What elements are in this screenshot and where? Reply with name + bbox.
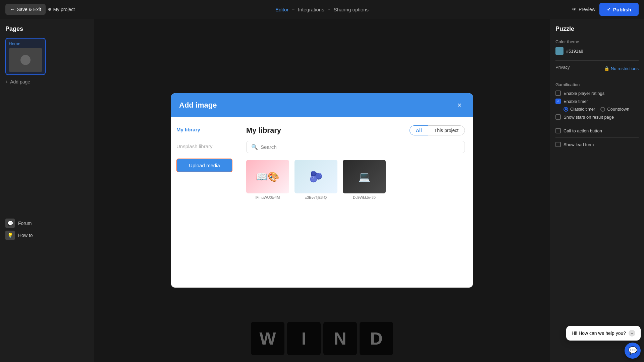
filter-project-button[interactable]: This project xyxy=(428,125,465,135)
add-page-button[interactable]: + Add page xyxy=(5,79,89,84)
topbar: ← Save & Exit My project Editor → Integr… xyxy=(0,0,644,19)
color-theme-label: Color theme xyxy=(555,39,639,44)
label-player-ratings: Enable player ratings xyxy=(564,91,604,96)
radio-classic-icon xyxy=(564,107,568,112)
checkbox-show-stars[interactable] xyxy=(555,114,561,120)
nav-item-how-to[interactable]: 💡 How to xyxy=(5,231,72,240)
modal-sidebar: My library Unsplash library Upload media xyxy=(171,117,238,288)
image-item-3[interactable]: Dd9Wkk5vj80 xyxy=(343,160,386,199)
lock-icon: 🔒 xyxy=(604,66,609,71)
label-enable-timer: Enable timer xyxy=(564,99,588,104)
chat-close-button[interactable]: − xyxy=(629,330,635,337)
checkbox-player-ratings[interactable] xyxy=(555,90,561,96)
how-to-icon: 💡 xyxy=(5,231,15,240)
left-sidebar: Pages Home + Add page 💬 Forum 💡 How to xyxy=(0,19,94,362)
image-label-1: lFmuWU0tv4M xyxy=(256,195,280,199)
eye-icon: 👁 xyxy=(572,7,577,12)
toggle-cta-button: Call to action button xyxy=(555,128,639,133)
color-row: #5191a8 xyxy=(555,47,639,55)
divider-4 xyxy=(555,137,639,138)
nav-editor[interactable]: Editor xyxy=(275,7,288,12)
messenger-icon: 💬 xyxy=(628,346,637,355)
divider-2 xyxy=(555,78,639,78)
search-input[interactable] xyxy=(261,144,460,150)
pages-title: Pages xyxy=(5,25,89,33)
label-cta-button: Call to action button xyxy=(564,128,602,133)
toggle-player-ratings: Enable player ratings xyxy=(555,90,639,96)
nav-item-forum[interactable]: 💬 Forum xyxy=(5,219,72,228)
label-show-stars: Show stars on result page xyxy=(564,115,614,120)
library-header: My library All This project xyxy=(246,125,465,135)
back-arrow-icon: ← xyxy=(10,7,15,12)
radio-countdown-icon xyxy=(600,107,605,112)
page-card-home[interactable]: Home xyxy=(5,38,46,75)
bottom-nav: 💬 Forum 💡 How to xyxy=(5,219,72,240)
chat-message: Hi! How can we help you? xyxy=(572,330,626,336)
privacy-label: Privacy xyxy=(555,65,570,70)
privacy-link[interactable]: 🔒 No restrictions xyxy=(604,66,639,71)
gamification-label: Gamification xyxy=(555,82,639,87)
radio-countdown[interactable]: Countdown xyxy=(600,107,629,112)
modal-overlay: Add image × My library Unsplash library … xyxy=(94,19,550,362)
modal-body: My library Unsplash library Upload media… xyxy=(171,117,473,288)
topbar-center: Editor → Integrations → Sharing options xyxy=(275,7,369,12)
page-card-label: Home xyxy=(9,41,42,46)
modal-content: My library All This project 🔍 xyxy=(238,117,473,288)
publish-button[interactable]: ✓ Publish xyxy=(599,3,639,16)
center-canvas: W I N D Add image × My library Unsp xyxy=(94,19,550,362)
nav-sharing[interactable]: Sharing options xyxy=(334,7,369,12)
add-image-modal: Add image × My library Unsplash library … xyxy=(171,93,473,288)
image-label-3: Dd9Wkk5vj80 xyxy=(353,195,376,199)
chat-open-button[interactable]: 💬 xyxy=(625,343,641,359)
label-lead-form: Show lead form xyxy=(564,142,594,147)
dot-icon xyxy=(48,8,51,11)
main-area: Pages Home + Add page 💬 Forum 💡 How to W xyxy=(0,19,644,362)
modal-nav-my-library[interactable]: My library xyxy=(176,124,232,135)
color-value: #5191a8 xyxy=(566,49,583,54)
toggle-lead-form: Show lead form xyxy=(555,142,639,147)
divider-1 xyxy=(555,60,639,61)
right-sidebar: Puzzle Color theme #5191a8 Privacy 🔒 No … xyxy=(550,19,644,362)
search-icon: 🔍 xyxy=(251,144,258,150)
toggle-show-stars: Show stars on result page xyxy=(555,114,639,120)
checkbox-lead-form[interactable] xyxy=(555,142,561,147)
image-thumb-2 xyxy=(294,160,337,193)
color-theme-section: Color theme #5191a8 xyxy=(555,39,639,55)
color-swatch[interactable] xyxy=(555,47,564,55)
images-grid: lFmuWU0tv4M x3EvvTjE8rQ Dd9Wkk5vj80 xyxy=(246,160,465,199)
modal-nav-divider xyxy=(176,138,232,138)
toggle-enable-timer: ✓ Enable timer xyxy=(555,99,639,104)
radio-classic-timer[interactable]: Classic timer xyxy=(564,107,595,112)
puzzle-title: Puzzle xyxy=(555,25,639,33)
page-card-thumb xyxy=(9,48,42,72)
modal-header: Add image × xyxy=(171,93,473,117)
page-thumb-icon xyxy=(20,55,31,65)
timer-radio-group: Classic timer Countdown xyxy=(564,107,639,112)
upload-media-button[interactable]: Upload media xyxy=(176,159,232,172)
checkbox-cta-button[interactable] xyxy=(555,128,561,133)
filter-all-button[interactable]: All xyxy=(410,125,428,135)
modal-close-button[interactable]: × xyxy=(454,100,465,111)
checkbox-enable-timer[interactable]: ✓ xyxy=(555,99,561,104)
modal-nav-unsplash[interactable]: Unsplash library xyxy=(176,141,232,152)
topbar-left: ← Save & Exit My project xyxy=(5,4,75,15)
arrow-icon-1: → xyxy=(291,7,295,12)
nav-integrations[interactable]: Integrations xyxy=(298,7,324,12)
modal-title: Add image xyxy=(179,101,217,110)
project-name: My project xyxy=(48,7,75,12)
image-item-2[interactable]: x3EvvTjE8rQ xyxy=(294,160,337,199)
image-thumb-1 xyxy=(246,160,289,193)
image-item-1[interactable]: lFmuWU0tv4M xyxy=(246,160,289,199)
save-exit-button[interactable]: ← Save & Exit xyxy=(5,4,46,15)
privacy-row: Privacy 🔒 No restrictions xyxy=(555,65,639,72)
search-bar: 🔍 xyxy=(246,141,465,153)
filter-buttons: All This project xyxy=(410,125,465,135)
chat-bubble: Hi! How can we help you? − xyxy=(566,326,641,341)
library-title: My library xyxy=(246,126,281,135)
preview-button[interactable]: 👁 Preview xyxy=(572,7,595,12)
topbar-right: 👁 Preview ✓ Publish xyxy=(572,3,639,16)
forum-icon: 💬 xyxy=(5,219,15,228)
plus-icon: + xyxy=(5,79,8,84)
gamification-section: Gamification Enable player ratings ✓ Ena… xyxy=(555,82,639,147)
privacy-section: Privacy 🔒 No restrictions xyxy=(555,65,639,72)
